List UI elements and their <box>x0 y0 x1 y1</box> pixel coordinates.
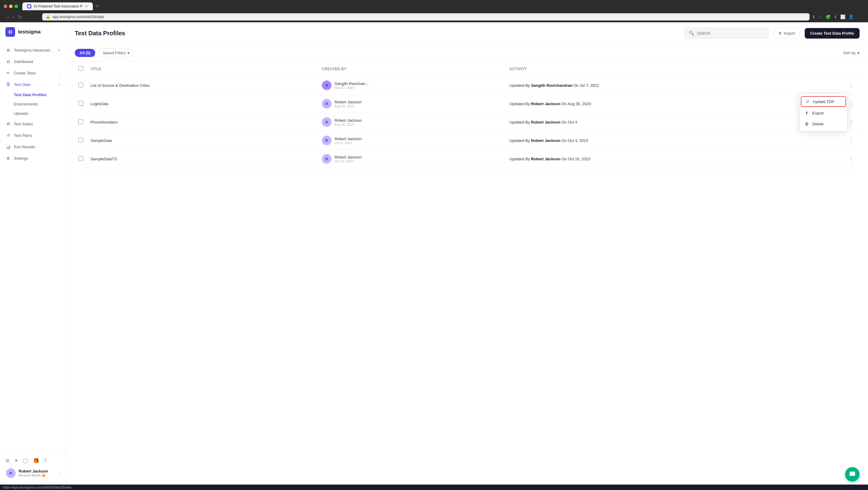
saved-filters-label: Saved Filters <box>103 51 126 55</box>
refresh-icon: ↺ <box>5 132 11 138</box>
sidebar-item-settings[interactable]: ⚙ Settings <box>0 152 66 164</box>
pen-icon: ✏ <box>5 70 11 75</box>
creator-cell: R Robert Jackson Aug 30, 2023 <box>322 117 502 127</box>
address-bar[interactable]: 🔒 app.testsigma.com/ui/td/34/data <box>42 13 809 21</box>
reload-button[interactable]: ↻ <box>18 14 22 20</box>
export-label: Export <box>812 111 824 115</box>
row-checkbox[interactable] <box>79 156 83 161</box>
sidebar-item-run-results[interactable]: 📊 Run Results <box>0 141 66 152</box>
row-more-button[interactable]: ⋮ <box>846 118 856 126</box>
toolbar: All (5) Saved Filters ▾ Sort by ▾ <box>66 44 868 62</box>
creator-info: Robert Jackson Aug 30, 2023 <box>335 118 362 126</box>
table-row: SampleDataTS R Robert Jackson Oct 10, 20… <box>75 150 860 168</box>
tab-close-icon[interactable]: ✕ <box>85 4 88 8</box>
download-icon[interactable]: ⬇ <box>834 14 837 19</box>
row-more-button[interactable]: ⋮ <box>846 155 856 163</box>
row-title: SampleData <box>87 131 318 150</box>
star-icon[interactable]: ✦ <box>14 458 18 463</box>
avatar: R <box>322 135 332 145</box>
gift-icon[interactable]: 🎁 <box>33 458 39 463</box>
question-icon[interactable]: ? <box>44 458 47 463</box>
sidebar-sub-item-uploads[interactable]: Uploads <box>14 109 66 118</box>
row-checkbox[interactable] <box>79 138 83 143</box>
row-checkbox[interactable] <box>79 83 83 87</box>
update-icon: ↺ <box>805 99 810 104</box>
user-info: Robert Jackson Account Admin 👑 <box>19 469 56 477</box>
row-more-button[interactable]: ⋮ <box>846 81 856 90</box>
sort-by[interactable]: Sort by ▾ <box>843 51 860 55</box>
layout-icon[interactable]: ⬜ <box>840 14 845 19</box>
context-menu-item-delete[interactable]: 🗑 Delete <box>800 118 847 129</box>
browser-tab-active[interactable]: AI Powered Test Automation P ✕ <box>22 2 93 10</box>
avatar: R <box>6 468 16 478</box>
import-icon: ⬆ <box>778 31 782 36</box>
saved-filters-button[interactable]: Saved Filters ▾ <box>98 49 134 57</box>
import-button[interactable]: ⬆ Import <box>773 28 800 38</box>
forward-button[interactable]: › <box>12 14 14 20</box>
creator-info: Robert Jackson Oct 10, 2023 <box>335 155 362 163</box>
row-title: LoginData <box>87 95 318 113</box>
user-profile[interactable]: R Robert Jackson Account Admin 👑 › <box>4 465 62 481</box>
sidebar-label-test-plans: Test Plans <box>14 133 32 138</box>
share-icon[interactable]: ⬆ <box>812 14 815 19</box>
create-test-data-profile-button[interactable]: Create Test Data Profile <box>805 28 860 38</box>
lock-icon: 🔒 <box>46 15 50 19</box>
dashboard-icon: ⊟ <box>5 59 11 64</box>
sub-item-label-profiles: Test Data Profiles <box>14 93 47 97</box>
user-chevron-icon: › <box>59 471 60 475</box>
user-role: Account Admin 👑 <box>19 473 56 477</box>
extensions-icon[interactable]: 🧩 <box>826 14 831 19</box>
row-title: SampleDataTS <box>87 150 318 168</box>
sidebar-item-dashboard[interactable]: ⊟ Dashboard <box>0 56 66 67</box>
page-title: Test Data Profiles <box>75 30 679 37</box>
context-menu-item-export[interactable]: ⬆ Export <box>800 108 847 118</box>
grid2-icon[interactable]: ⊞ <box>5 458 9 463</box>
sidebar-logo[interactable]: testsigma <box>0 22 66 42</box>
sidebar-item-test-plans[interactable]: ↺ Test Plans <box>0 130 66 141</box>
sort-chevron-icon: ▾ <box>858 51 860 55</box>
select-all-checkbox[interactable] <box>79 66 83 71</box>
traffic-light-green[interactable] <box>14 4 18 8</box>
data-table: Title Created by Activity List of Source… <box>75 62 860 168</box>
table-row: PhoneNumbers R Robert Jackson Aug 30, 20… <box>75 113 860 131</box>
row-more-button[interactable]: ⋮ <box>846 99 856 108</box>
main-content: Test Data Profiles 🔍 ⬆ Import Create Tes… <box>66 22 868 485</box>
dropdown-icon: ▾ <box>127 51 130 55</box>
sidebar-sub-item-test-data-profiles[interactable]: Test Data Profiles <box>14 90 66 99</box>
chat-button[interactable] <box>845 467 860 482</box>
update-tdp-label: Update TDP <box>813 99 834 104</box>
traffic-light-yellow[interactable] <box>9 4 13 8</box>
activity-cell: Updated By Sangith Ravichandran On Jul 7… <box>506 76 843 95</box>
traffic-light-red[interactable] <box>4 4 7 8</box>
logo-text: testsigma <box>18 29 41 35</box>
sidebar-label-create-tests: Create Tests <box>14 71 36 75</box>
new-tab-button[interactable]: + <box>96 3 99 10</box>
activity-cell: Updated By Robert Jackson On Oct 10, 202… <box>506 150 843 168</box>
context-menu-item-update-tdp[interactable]: ↺ Update TDP <box>801 96 846 107</box>
col-created-by: Created by <box>318 62 506 76</box>
row-more-button[interactable]: ⋮ <box>846 136 856 145</box>
sidebar-sub-item-environments[interactable]: Environments <box>14 99 66 109</box>
sidebar-item-create-tests[interactable]: ✏ Create Tests › <box>0 67 66 79</box>
sidebar-item-test-suites[interactable]: ⧉ Test Suites <box>0 118 66 130</box>
search-input[interactable] <box>697 31 764 36</box>
activity-cell: Updated By Robert Jackson On Aug 30, 202… <box>506 95 843 113</box>
row-checkbox[interactable] <box>79 119 83 124</box>
profile-icon[interactable]: 👤 <box>848 14 854 19</box>
bookmark-icon[interactable]: ☆ <box>818 14 823 19</box>
database-icon: 🗄 <box>5 82 11 87</box>
creator-info: Robert Jackson Aug 30, 2023 <box>335 100 362 108</box>
back-button[interactable]: ‹ <box>7 14 9 20</box>
sidebar-item-test-data[interactable]: 🗄 Test Data ∧ <box>0 79 66 90</box>
menu-icon[interactable]: ⋮ <box>857 14 861 19</box>
row-checkbox[interactable] <box>79 101 83 106</box>
all-filter-button[interactable]: All (5) <box>75 49 95 57</box>
sidebar-item-testsigma-advanced[interactable]: ⊞ Testsigma Advanced... ▼ <box>0 44 66 56</box>
chevron-up-icon: ∧ <box>58 83 61 87</box>
sidebar-label-test-suites: Test Suites <box>14 122 33 126</box>
circle-icon[interactable]: ◯ <box>23 458 28 463</box>
search-bar[interactable]: 🔍 <box>684 28 769 38</box>
creator-cell: R Robert Jackson Oct 4, 2023 <box>322 135 502 145</box>
table-row: LoginData R Robert Jackson Aug 30, 2023 <box>75 95 860 113</box>
sidebar-label-dashboard: Dashboard <box>14 59 33 64</box>
